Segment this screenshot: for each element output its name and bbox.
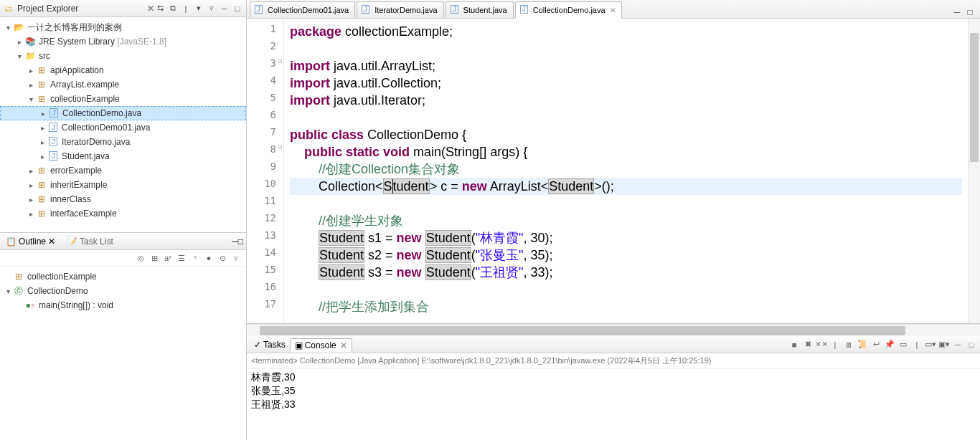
editor-tab[interactable]: 🄹Student.java bbox=[446, 1, 514, 18]
open-console-icon[interactable]: ▭▾ bbox=[925, 339, 936, 350]
tree-item[interactable]: ▸🄹CollectionDemo01.java bbox=[0, 120, 246, 135]
code-line[interactable]: //把学生添加到集合 bbox=[290, 298, 962, 315]
line-number[interactable]: 3 bbox=[247, 57, 283, 75]
expand-arrow-icon[interactable]: ▸ bbox=[37, 124, 47, 132]
code-line[interactable] bbox=[290, 109, 962, 126]
az-sort-icon[interactable]: aᶻ bbox=[162, 252, 174, 264]
tree-item[interactable]: ▸⊞interfaceExample bbox=[0, 206, 246, 221]
tree-item[interactable]: ▸⊞apiApplication bbox=[0, 63, 246, 77]
hide-fields-icon[interactable]: ☰ bbox=[176, 252, 187, 264]
maximize-bottom-icon[interactable]: □ bbox=[966, 339, 977, 350]
expand-arrow-icon[interactable]: ▸ bbox=[26, 210, 36, 218]
code-line[interactable] bbox=[290, 40, 962, 57]
terminate-icon[interactable]: ■ bbox=[788, 339, 800, 350]
expand-arrow-icon[interactable]: ▸ bbox=[26, 67, 36, 75]
link-editor-icon[interactable]: ⧉ bbox=[167, 3, 179, 14]
expand-arrow-icon[interactable]: ▸ bbox=[38, 110, 48, 118]
view-menu-icon[interactable]: ▿ bbox=[206, 3, 217, 14]
line-number[interactable]: 10 bbox=[247, 178, 283, 195]
tree-item[interactable]: ▸⊞inheritExample bbox=[0, 178, 246, 192]
code-line[interactable]: //创建学生对象 bbox=[290, 212, 962, 229]
tree-item[interactable]: ▸⊞innerClass bbox=[0, 192, 246, 206]
line-number[interactable]: 2 bbox=[247, 40, 283, 57]
line-number[interactable]: 6 bbox=[247, 109, 283, 126]
expand-arrow-icon[interactable]: ▾ bbox=[26, 95, 36, 103]
code-line[interactable]: Student s1 = new Student("林青霞", 30); bbox=[290, 229, 962, 247]
editor-tab[interactable]: 🄹CollectionDemo01.java bbox=[250, 1, 355, 18]
project-explorer-tree[interactable]: ▾📂一计之长博客用到的案例▸📚JRE System Library [JavaS… bbox=[0, 17, 246, 232]
vertical-scrollbar[interactable] bbox=[968, 19, 980, 323]
editor-tab[interactable]: 🄹IteratorDemo.java bbox=[357, 1, 443, 18]
close-tab-icon[interactable]: ✕ bbox=[610, 6, 616, 14]
scrollbar-thumb[interactable] bbox=[260, 326, 905, 335]
close-outline-icon[interactable]: ✕ bbox=[48, 236, 55, 247]
expand-arrow-icon[interactable]: ▸ bbox=[37, 153, 47, 161]
clear-console-icon[interactable]: 🗎 bbox=[843, 339, 854, 350]
code-line[interactable]: public class CollectionDemo { bbox=[290, 126, 962, 143]
maximize-view-icon[interactable]: □ bbox=[232, 3, 243, 14]
editor[interactable]: 1234567891011121314151617 package collec… bbox=[247, 19, 980, 324]
line-number[interactable]: 13 bbox=[247, 229, 283, 247]
scrollbar-thumb[interactable] bbox=[970, 33, 979, 162]
code-line[interactable]: Student s3 = new Student("王祖贤", 33); bbox=[290, 264, 962, 281]
outline-minimize-icon[interactable]: ─ bbox=[232, 236, 238, 247]
line-number[interactable]: 12 bbox=[247, 212, 283, 229]
outline-maximize-icon[interactable]: □ bbox=[238, 236, 243, 247]
code-line[interactable]: Collection<Student> c = new ArrayList<St… bbox=[290, 178, 962, 195]
pin-console-icon[interactable]: 📌 bbox=[884, 339, 895, 350]
code-line[interactable]: import java.util.Iterator; bbox=[290, 92, 962, 109]
expand-arrow-icon[interactable]: ▸ bbox=[26, 81, 36, 89]
line-number[interactable]: 7 bbox=[247, 126, 283, 143]
line-number[interactable]: 8 bbox=[247, 143, 283, 161]
line-number[interactable]: 15 bbox=[247, 264, 283, 281]
tree-item[interactable]: ▾📁src bbox=[0, 49, 246, 63]
minimize-bottom-icon[interactable]: ─ bbox=[952, 339, 963, 350]
tree-item[interactable]: ▸📚JRE System Library [JavaSE-1.8] bbox=[0, 34, 246, 49]
outline-item[interactable]: ⊞collectionExample bbox=[0, 269, 246, 284]
tree-item[interactable]: ▾⊞collectionExample bbox=[0, 92, 246, 106]
outline-item[interactable]: ▾ⒸCollectionDemo bbox=[0, 284, 246, 298]
minimize-view-icon[interactable]: ─ bbox=[219, 3, 230, 14]
line-number[interactable]: 16 bbox=[247, 281, 283, 298]
line-number-gutter[interactable]: 1234567891011121314151617 bbox=[247, 19, 284, 323]
code-line[interactable]: Student s2 = new Student("张曼玉", 35); bbox=[290, 247, 962, 264]
expand-arrow-icon[interactable]: ▸ bbox=[26, 196, 36, 204]
code-line[interactable]: package collectionExample; bbox=[290, 23, 962, 40]
outline-menu-icon[interactable]: ▿ bbox=[230, 252, 242, 264]
expand-arrow-icon[interactable]: ▸ bbox=[26, 167, 36, 175]
code-line[interactable] bbox=[290, 281, 962, 298]
line-number[interactable]: 9 bbox=[247, 161, 283, 178]
outline-tab[interactable]: 📋 Outline ✕ bbox=[3, 235, 58, 248]
word-wrap-icon[interactable]: ↩ bbox=[870, 339, 882, 350]
remove-launch-icon[interactable]: ✖ bbox=[802, 339, 814, 350]
console-tab[interactable]: ▣ Console ✕ bbox=[290, 338, 352, 353]
hide-static-icon[interactable]: ˢ bbox=[189, 252, 201, 264]
line-number[interactable]: 5 bbox=[247, 92, 283, 109]
horizontal-scrollbar[interactable] bbox=[247, 324, 980, 336]
editor-maximize-icon[interactable]: □ bbox=[964, 6, 976, 18]
tree-item[interactable]: ▸⊞ArrayList.example bbox=[0, 77, 246, 92]
line-number[interactable]: 4 bbox=[247, 75, 283, 92]
editor-tab[interactable]: 🄹CollectionDemo.java✕ bbox=[515, 1, 622, 19]
display-console-icon[interactable]: ▭ bbox=[897, 339, 909, 350]
line-number[interactable]: 11 bbox=[247, 195, 283, 212]
sort-icon[interactable]: ⊞ bbox=[149, 252, 160, 264]
close-console-icon[interactable]: ✕ bbox=[340, 340, 347, 350]
focus-icon[interactable]: ▾ bbox=[193, 3, 204, 14]
remove-all-icon[interactable]: ⨯⨯ bbox=[816, 339, 827, 350]
outline-tree[interactable]: ⊞collectionExample▾ⒸCollectionDemo●Smain… bbox=[0, 267, 246, 440]
expand-arrow-icon[interactable]: ▸ bbox=[26, 181, 36, 189]
new-console-icon[interactable]: ▣▾ bbox=[938, 339, 950, 350]
console-output[interactable]: 林青霞,30张曼玉,35王祖贤,33 bbox=[247, 369, 980, 440]
tasks-tab[interactable]: ✓ Tasks bbox=[250, 338, 290, 351]
code-line[interactable]: public static void main(String[] args) { bbox=[290, 143, 962, 161]
tree-item[interactable]: ▸🄹CollectionDemo.java bbox=[0, 106, 246, 120]
code-line[interactable]: import java.util.ArrayList; bbox=[290, 57, 962, 75]
editor-minimize-icon[interactable]: ─ bbox=[951, 6, 963, 18]
tree-item[interactable]: ▸🄹IteratorDemo.java bbox=[0, 135, 246, 149]
code-line[interactable] bbox=[290, 195, 962, 212]
tree-item[interactable]: ▾📂一计之长博客用到的案例 bbox=[0, 20, 246, 34]
tree-item[interactable]: ▸🄹Student.java bbox=[0, 149, 246, 163]
line-number[interactable]: 1 bbox=[247, 23, 283, 40]
focus-active-icon[interactable]: ◎ bbox=[135, 252, 146, 264]
